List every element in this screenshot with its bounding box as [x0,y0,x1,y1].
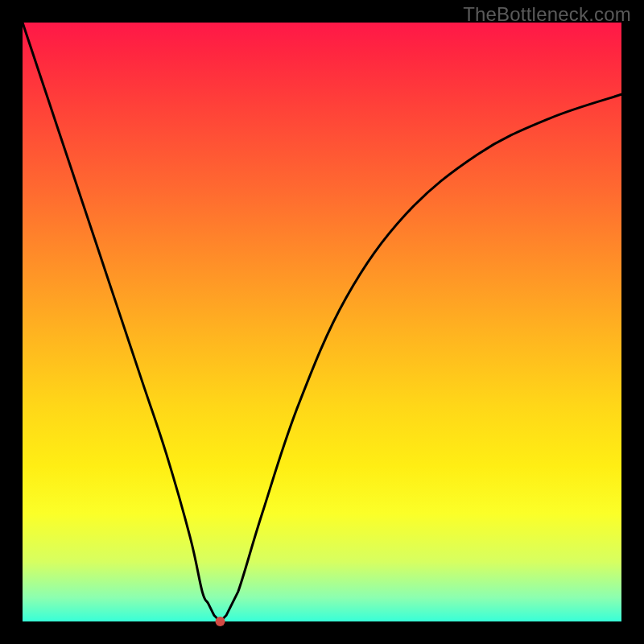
plot-area [23,23,621,621]
bottleneck-curve-path [23,23,621,621]
minimum-marker [216,617,225,626]
watermark-text: TheBottleneck.com [463,3,631,26]
curve-layer [23,23,621,621]
chart-frame: TheBottleneck.com [0,0,644,644]
